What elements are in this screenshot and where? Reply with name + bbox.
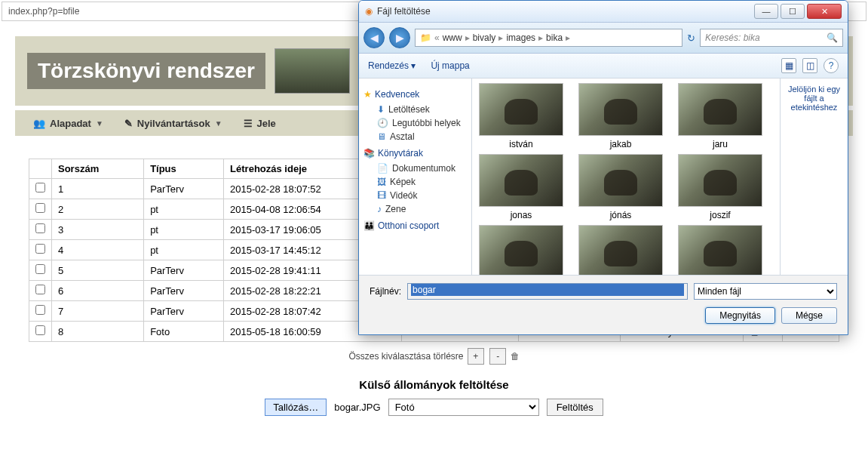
doc-icon: 📄	[377, 163, 388, 174]
tree-downloads[interactable]: ⬇Letöltések	[363, 103, 467, 116]
cell-tipus: ParTerv	[144, 301, 224, 322]
row-checkbox[interactable]	[35, 203, 45, 213]
maximize-button[interactable]: ☐	[781, 4, 805, 19]
help-button[interactable]: ?	[824, 58, 839, 73]
file-thumbnail[interactable]: istván	[477, 83, 566, 149]
dialog-search-input[interactable]: Keresés: bika 🔍	[700, 29, 843, 47]
thumbnail-image	[479, 83, 563, 136]
dialog-tree: ★Kedvencek ⬇Letöltések 🕘Legutóbbi helyek…	[359, 79, 472, 275]
cancel-button[interactable]: Mégse	[781, 307, 837, 324]
file-thumbnail[interactable]: jumbó	[576, 225, 665, 275]
upload-type-select[interactable]: Fotó	[388, 399, 539, 416]
recent-icon: 🕘	[377, 118, 388, 128]
thumbnail-image	[578, 154, 663, 207]
row-checkbox[interactable]	[35, 183, 45, 192]
header-image	[275, 48, 350, 94]
tree-recent[interactable]: 🕘Legutóbbi helyek	[363, 116, 467, 130]
file-thumbnail[interactable]: kaposvari	[676, 225, 765, 275]
file-thumbnail[interactable]: jumbo	[477, 225, 566, 275]
folder-icon: 📁	[420, 32, 431, 43]
tree-pictures[interactable]: 🖼Képek	[363, 175, 467, 189]
cell-tipus: pt	[144, 240, 224, 260]
filename-label: Fájlnév:	[370, 286, 401, 297]
trash-icon[interactable]: 🗑	[511, 351, 520, 362]
cell-tipus: ParTerv	[144, 260, 224, 281]
file-filter-select[interactable]: Minden fájl	[694, 283, 837, 300]
nav-label: Alapadat	[50, 118, 91, 129]
cell-sorszam: 1	[52, 179, 144, 199]
row-checkbox[interactable]	[35, 325, 45, 335]
crumb[interactable]: images	[506, 32, 535, 43]
thumbnail-image	[479, 225, 563, 275]
nav-jele[interactable]: ☰ Jele	[233, 118, 287, 129]
cell-sorszam: 2	[52, 199, 144, 220]
row-checkbox[interactable]	[35, 305, 45, 315]
dialog-title-text: Fájl feltöltése	[377, 6, 431, 17]
row-checkbox[interactable]	[35, 223, 45, 233]
tree-videos[interactable]: 🎞Videók	[363, 189, 467, 202]
tree-favorites[interactable]: ★Kedvencek	[363, 89, 467, 100]
cell-sorszam: 6	[52, 281, 144, 301]
thumbnail-label: jaru	[676, 139, 765, 149]
file-thumbnail[interactable]: jakab	[576, 83, 665, 149]
col-sorszam: Sorszám	[52, 159, 144, 179]
tree-homegroup[interactable]: 👪Otthoni csoport	[363, 220, 467, 231]
file-thumbnail[interactable]: jónás	[576, 154, 665, 220]
search-icon: 🔍	[827, 32, 838, 43]
thumbnail-label: joszif	[676, 210, 765, 220]
row-checkbox[interactable]	[35, 264, 45, 274]
image-icon: 🖼	[377, 177, 386, 187]
preview-pane-button[interactable]: ◫	[802, 58, 817, 73]
select-all-plus[interactable]: +	[468, 348, 484, 365]
thumbnail-label: istván	[477, 139, 566, 149]
browse-button[interactable]: Tallózás…	[265, 399, 327, 416]
thumbnail-image	[578, 225, 663, 275]
cell-sorszam: 3	[52, 220, 144, 240]
music-icon: ♪	[377, 204, 382, 214]
cell-tipus: Foto	[144, 322, 224, 342]
nav-label: Jele	[257, 118, 276, 129]
dialog-nav: ◀ ▶ 📁 « www▸ bivaly▸ images▸ bika▸ ↻ Ker…	[359, 23, 848, 54]
new-folder-button[interactable]: Új mappa	[431, 60, 469, 71]
tree-music[interactable]: ♪Zene	[363, 202, 467, 216]
filename-input[interactable]	[411, 284, 684, 296]
filename-combo[interactable]	[407, 283, 688, 300]
file-thumbnail[interactable]: jonas	[477, 154, 566, 220]
open-button[interactable]: Megnyitás	[705, 307, 775, 324]
thumbnail-image	[578, 83, 663, 136]
file-thumbnail[interactable]: jaru	[676, 83, 765, 149]
organize-menu[interactable]: Rendezés ▾	[368, 60, 416, 71]
crumb[interactable]: bika	[546, 32, 563, 43]
minimize-button[interactable]: —	[754, 4, 778, 19]
close-button[interactable]: ✕	[807, 4, 842, 19]
dialog-titlebar[interactable]: ◉ Fájl feltöltése — ☐ ✕	[359, 1, 848, 23]
nav-forward-button[interactable]: ▶	[389, 27, 410, 48]
thumbnail-label: jónás	[576, 210, 665, 220]
nav-alapadat[interactable]: 👥 Alapadat ▼	[23, 118, 114, 129]
tree-documents[interactable]: 📄Dokumentumok	[363, 162, 467, 175]
firefox-icon: ◉	[365, 6, 373, 17]
star-icon: ★	[363, 89, 372, 100]
chevron-down-icon: ▼	[96, 119, 103, 128]
nav-label: Nyilvántartások	[137, 118, 210, 129]
file-thumbnail[interactable]: joszif	[676, 154, 765, 220]
bulk-actions: Összes kiválasztása törlésre + - 🗑	[29, 348, 839, 365]
crumb[interactable]: www	[443, 32, 462, 43]
upload-button[interactable]: Feltöltés	[547, 399, 603, 416]
cell-tipus: pt	[144, 199, 224, 220]
nav-nyilvantartasok[interactable]: ✎ Nyilvántartások ▼	[114, 118, 233, 129]
select-all-minus[interactable]: -	[489, 348, 506, 365]
view-mode-button[interactable]: ▦	[781, 58, 796, 73]
cell-sorszam: 4	[52, 240, 144, 260]
tree-desktop[interactable]: 🖥Asztal	[363, 130, 467, 143]
upload-row: Tallózás… bogar.JPG Fotó Feltöltés	[29, 399, 839, 416]
col-tipus: Típus	[144, 159, 224, 179]
refresh-icon[interactable]: ↻	[687, 32, 695, 44]
dialog-bottom: Fájlnév: Minden fájl Megnyitás Mégse	[359, 275, 848, 334]
crumb[interactable]: bivaly	[473, 32, 496, 43]
row-checkbox[interactable]	[35, 285, 45, 294]
breadcrumb[interactable]: 📁 « www▸ bivaly▸ images▸ bika▸	[415, 29, 682, 47]
row-checkbox[interactable]	[35, 244, 45, 254]
nav-back-button[interactable]: ◀	[363, 27, 385, 48]
tree-libraries[interactable]: 📚Könyvtárak	[363, 148, 467, 159]
